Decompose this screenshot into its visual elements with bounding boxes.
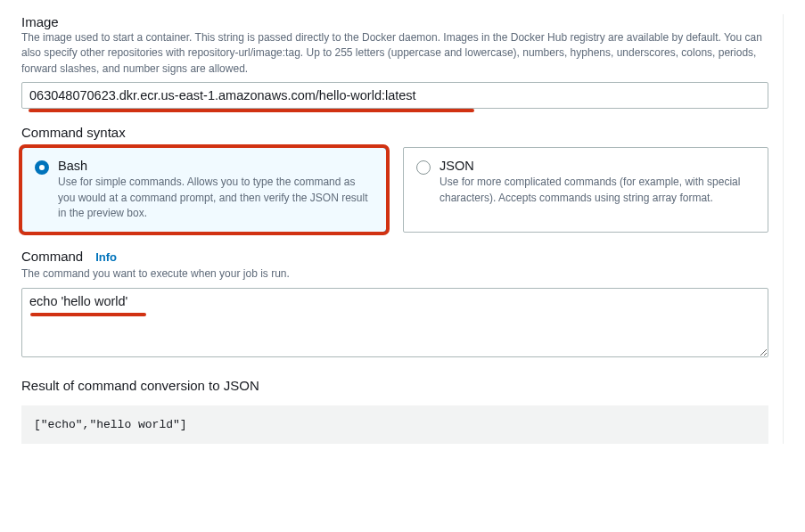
command-syntax-label: Command syntax (21, 125, 768, 140)
radio-json-title: JSON (439, 159, 755, 173)
image-input[interactable] (21, 82, 768, 109)
annotation-underline (29, 109, 474, 112)
image-input-wrap (21, 82, 768, 109)
radio-card-bash[interactable]: Bash Use for simple commands. Allows you… (21, 147, 387, 233)
command-label: Command (21, 249, 83, 264)
command-syntax-group: Command syntax Bash Use for simple comma… (21, 125, 768, 233)
command-textarea[interactable] (21, 288, 768, 357)
command-field-group: Command Info The command you want to exe… (21, 249, 768, 359)
result-code-block: ["echo","hello world"] (21, 405, 768, 444)
image-field-group: Image The image used to start a containe… (21, 14, 768, 109)
radio-icon (416, 160, 431, 175)
radio-json-description: Use for more complicated commands (for e… (439, 175, 755, 206)
info-link[interactable]: Info (95, 250, 117, 264)
command-description: The command you want to execute when you… (21, 266, 768, 282)
command-textarea-wrap (21, 288, 768, 360)
command-syntax-radio-group: Bash Use for simple commands. Allows you… (21, 147, 768, 233)
radio-icon (35, 160, 49, 175)
radio-bash-description: Use for simple commands. Allows you to t… (58, 175, 374, 221)
annotation-underline (30, 313, 146, 316)
image-description: The image used to start a container. Thi… (21, 30, 768, 77)
image-label: Image (21, 14, 768, 29)
radio-card-json[interactable]: JSON Use for more complicated commands (… (403, 147, 768, 233)
result-group: Result of command conversion to JSON ["e… (21, 378, 768, 444)
result-label: Result of command conversion to JSON (21, 378, 768, 393)
radio-bash-title: Bash (58, 159, 374, 173)
